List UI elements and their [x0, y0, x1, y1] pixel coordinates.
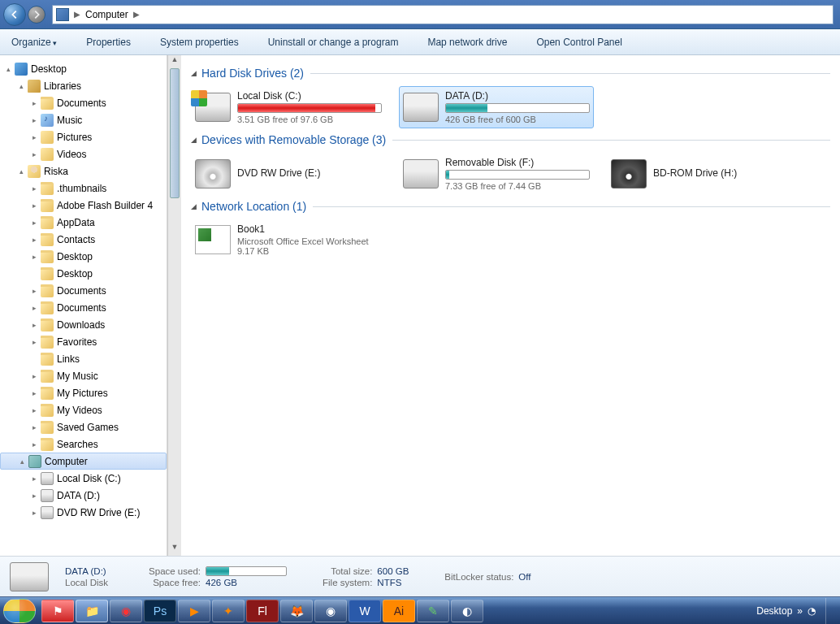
drive-removable-f[interactable]: Removable Disk (F:) 7.33 GB free of 7.44… [399, 153, 594, 195]
expand-icon[interactable]: ▸ [29, 99, 39, 107]
tree-item[interactable]: Desktop [0, 265, 167, 282]
chevron-right-icon[interactable]: ▶ [132, 10, 141, 19]
tree-item[interactable]: ▸Contacts [0, 231, 167, 248]
desktop-toolbar-label[interactable]: Desktop [756, 605, 792, 617]
expand-icon[interactable]: ▸ [29, 184, 39, 193]
expand-icon[interactable]: ▸ [29, 116, 39, 124]
expand-icon[interactable]: ▸ [29, 150, 39, 158]
chevron-right-icon[interactable]: ▶ [72, 10, 82, 19]
scroll-up-icon[interactable]: ▲ [168, 55, 181, 68]
expand-icon[interactable]: ▸ [29, 338, 39, 346]
system-tray[interactable]: Desktop » ◔ [756, 598, 837, 624]
tree-item[interactable]: ▴Desktop [0, 60, 167, 77]
expand-icon[interactable]: ▸ [29, 406, 39, 414]
taskbar-media-player[interactable]: ▶ [178, 600, 210, 622]
taskbar-blender[interactable]: ✦ [212, 600, 245, 622]
expand-icon[interactable]: ▸ [29, 389, 39, 397]
show-desktop-button[interactable] [825, 598, 834, 624]
properties-button[interactable]: Properties [81, 33, 136, 51]
taskbar-explorer[interactable]: 📁 [76, 600, 108, 622]
expand-icon[interactable]: ▴ [16, 82, 26, 90]
tree-scrollbar[interactable]: ▲ ▼ [167, 55, 181, 556]
section-network-location[interactable]: ◢ Network Location (1) [191, 200, 830, 213]
expand-icon[interactable]: ▸ [29, 253, 39, 261]
tree-item[interactable]: ▸Favorites [0, 333, 167, 350]
scroll-thumb[interactable] [170, 68, 180, 198]
network-item-book1[interactable]: Book1 Microsoft Office Excel Worksheet 9… [191, 219, 435, 260]
pic-icon [41, 131, 54, 144]
tree-item[interactable]: ▸Documents [0, 282, 167, 299]
taskbar-app[interactable]: ✎ [417, 600, 449, 622]
uninstall-button[interactable]: Uninstall or change a program [263, 33, 404, 51]
address-bar[interactable]: ▶ Computer ▶ [52, 5, 834, 24]
taskbar-chrome[interactable]: ◉ [314, 600, 347, 622]
start-button[interactable] [3, 599, 36, 623]
expand-icon[interactable]: ▸ [29, 492, 39, 500]
back-button[interactable] [3, 3, 26, 26]
tree-item[interactable]: ▸Desktop [0, 248, 167, 265]
organize-menu[interactable]: Organize [6, 33, 62, 51]
tree-item[interactable]: ▸Saved Games [0, 418, 167, 436]
section-hard-disk-drives[interactable]: ◢ Hard Disk Drives (2) [191, 67, 830, 80]
tree-item[interactable]: ▸Documents [0, 94, 167, 111]
file-system-value: NTFS [377, 578, 409, 587]
tree-item[interactable]: ▸Pictures [0, 128, 167, 145]
expand-icon[interactable]: ▸ [29, 219, 39, 227]
tree-item[interactable]: ▴Libraries [0, 77, 167, 94]
expand-icon[interactable]: ▸ [29, 509, 39, 517]
taskbar-illustrator[interactable]: Ai [383, 600, 415, 622]
tree-item[interactable]: ▸Videos [0, 145, 167, 162]
tree-item[interactable]: ▸My Videos [0, 401, 167, 418]
drive-data-d[interactable]: DATA (D:) 426 GB free of 600 GB [399, 86, 594, 128]
navigation-tree[interactable]: ▴Desktop▴Libraries▸Documents▸Music▸Pictu… [0, 55, 167, 556]
expand-icon[interactable]: ▴ [3, 65, 13, 73]
tree-item[interactable]: ▸Adobe Flash Builder 4 [0, 197, 167, 214]
expand-icon[interactable]: ▸ [29, 474, 39, 483]
drive-dvd-e[interactable]: DVD RW Drive (E:) [191, 153, 386, 195]
section-removable-storage[interactable]: ◢ Devices with Removable Storage (3) [191, 133, 830, 146]
tree-item[interactable]: ▸Music [0, 111, 167, 128]
drive-local-c[interactable]: Local Disk (C:) 3.51 GB free of 97.6 GB [191, 86, 386, 128]
tray-icon[interactable]: ◔ [808, 605, 816, 617]
system-properties-button[interactable]: System properties [155, 33, 244, 51]
tree-item[interactable]: ▴Riska [0, 162, 167, 180]
expand-icon[interactable]: ▴ [16, 167, 26, 176]
expand-icon[interactable]: ▸ [29, 304, 39, 312]
taskbar-flash[interactable]: Fl [246, 600, 279, 622]
map-drive-button[interactable]: Map network drive [422, 33, 512, 51]
tree-item[interactable]: ▸Local Disk (C:) [0, 470, 167, 487]
tree-item[interactable]: ▸DATA (D:) [0, 487, 167, 504]
scroll-down-icon[interactable]: ▼ [168, 543, 181, 556]
forward-button[interactable] [28, 6, 45, 24]
expand-icon[interactable]: ▴ [17, 457, 27, 466]
taskbar-word[interactable]: W [349, 600, 381, 622]
expand-icon[interactable]: ▸ [29, 372, 39, 380]
tree-item[interactable]: ▸DVD RW Drive (E:) [0, 504, 167, 521]
expand-icon[interactable]: ▸ [29, 321, 39, 329]
tree-item[interactable]: ▸Searches [0, 436, 167, 453]
taskbar-firefox[interactable]: 🦊 [280, 600, 313, 622]
expand-icon[interactable]: ▸ [29, 423, 39, 431]
tree-item[interactable]: Links [0, 350, 167, 367]
taskbar-app[interactable]: ◉ [110, 600, 142, 622]
taskbar-photoshop[interactable]: Ps [144, 600, 176, 622]
tree-item[interactable]: ▸Documents [0, 299, 167, 316]
tree-item[interactable]: ▴Computer [0, 453, 167, 470]
expand-icon[interactable]: ▸ [29, 440, 39, 448]
tree-item[interactable]: ▸.thumbnails [0, 180, 167, 197]
tree-item[interactable]: ▸My Pictures [0, 384, 167, 401]
expand-icon[interactable]: ▸ [29, 202, 39, 210]
capacity-bar [445, 103, 590, 113]
taskbar-app[interactable]: ◐ [451, 600, 483, 622]
chevron-icon[interactable]: » [797, 605, 803, 617]
tree-item[interactable]: ▸AppData [0, 214, 167, 231]
taskbar-app[interactable]: ⚑ [41, 600, 74, 622]
tree-item[interactable]: ▸My Music [0, 367, 167, 384]
drive-bdrom-h[interactable]: BD-ROM Drive (H:) [607, 153, 802, 195]
tree-item[interactable]: ▸Downloads [0, 316, 167, 333]
breadcrumb-computer[interactable]: Computer [82, 9, 132, 20]
expand-icon[interactable]: ▸ [29, 287, 39, 295]
expand-icon[interactable]: ▸ [29, 133, 39, 141]
control-panel-button[interactable]: Open Control Panel [531, 33, 626, 51]
expand-icon[interactable]: ▸ [29, 236, 39, 244]
